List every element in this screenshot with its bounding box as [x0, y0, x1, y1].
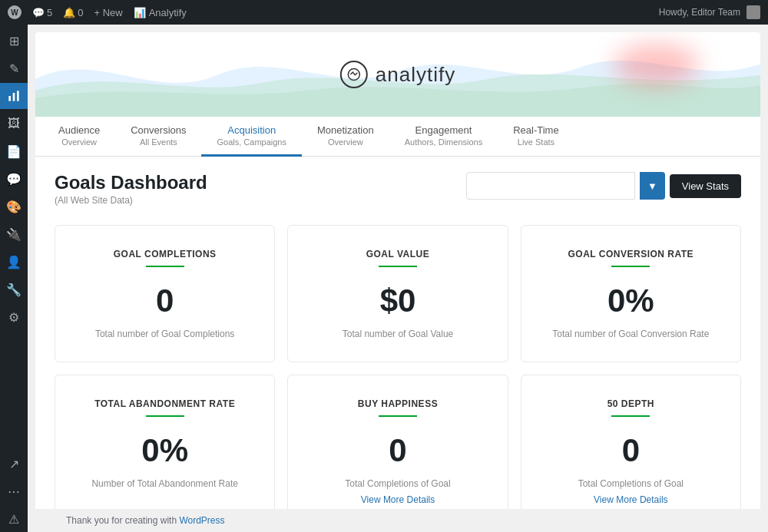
stat-desc-50-depth: Total Completions of Goal: [537, 478, 725, 489]
stat-card-50-depth: 50 DEPTH 0 Total Completions of Goal Vie…: [521, 375, 741, 509]
main-content: analytify Audience Overview Conversions …: [28, 25, 768, 532]
stat-underline-goal-completions: [146, 266, 184, 267]
tab-engagement[interactable]: Engagement Authors, Dimensions: [389, 117, 498, 157]
update-count-value: 0: [78, 7, 83, 18]
stat-desc-goal-conversion-rate: Total number of Goal Conversion Rate: [537, 329, 725, 339]
goals-header: Goals Dashboard (All Web Site Data) ▼ Vi…: [55, 172, 741, 206]
wp-footer: Thank you for creating with WordPress: [28, 509, 768, 532]
sidebar-icon-dashboard[interactable]: ⊞: [0, 28, 28, 54]
stat-value-abandonment-rate: 0%: [71, 432, 259, 469]
stat-value-50-depth: 0: [537, 432, 725, 469]
stat-label-goal-value: GOAL VALUE: [303, 249, 492, 259]
sidebar-icon-media[interactable]: 🖼: [0, 111, 28, 137]
analytify-label: Analytify: [149, 7, 187, 18]
goals-subtitle: (All Web Site Data): [55, 195, 207, 206]
sidebar-icon-tools[interactable]: 🔧: [0, 276, 28, 302]
svg-rect-0: [8, 96, 11, 101]
footer-text: Thank you for creating with: [66, 515, 179, 526]
update-icon: 🔔: [63, 7, 75, 18]
goals-content: Goals Dashboard (All Web Site Data) ▼ Vi…: [35, 157, 760, 509]
analytify-area: analytify Audience Overview Conversions …: [28, 25, 768, 509]
stat-underline-goal-value: [379, 266, 417, 267]
tab-monetization-label: Monetization: [317, 124, 374, 136]
goals-select-input[interactable]: [466, 172, 635, 200]
analytify-logo-icon: [340, 61, 368, 88]
red-blur-decoration: [614, 44, 699, 86]
tab-audience[interactable]: Audience Overview: [43, 117, 115, 157]
howdy-text: Howdy, Editor Team: [659, 7, 740, 18]
tab-engagement-label: Engagement: [405, 124, 483, 136]
sidebar-icon-pages[interactable]: 📄: [0, 138, 28, 164]
tab-realtime-label: Real-Time: [513, 124, 558, 136]
stat-value-goal-conversion-rate: 0%: [537, 283, 725, 319]
sidebar-icon-share[interactable]: ↗: [0, 451, 28, 477]
admin-bar: W 💬 5 🔔 0 + New 📊 Analytify Howdy, Edito…: [0, 0, 768, 25]
tab-monetization-sub: Overview: [317, 137, 374, 147]
tab-audience-sub: Overview: [58, 137, 100, 147]
sidebar-icon-plugins[interactable]: 🔌: [0, 221, 28, 247]
stat-underline-abandonment-rate: [146, 415, 184, 417]
svg-rect-1: [13, 93, 15, 101]
stat-desc-goal-completions: Total number of Goal Completions: [71, 329, 259, 339]
footer-wordpress-link[interactable]: WordPress: [179, 515, 224, 526]
analytify-tabs: Audience Overview Conversions All Events…: [35, 117, 760, 157]
sidebar-icon-posts[interactable]: ✎: [0, 55, 28, 81]
stat-label-goal-completions: GOAL COMPLETIONS: [71, 249, 259, 259]
stat-label-50-depth: 50 DEPTH: [537, 398, 725, 409]
tab-acquisition-sub: Goals, Campaigns: [217, 137, 286, 147]
comment-count-value: 5: [47, 7, 52, 18]
sidebar-icon-more[interactable]: ⋯: [0, 478, 28, 504]
sidebar-icon-settings[interactable]: ⚙: [0, 304, 28, 330]
new-item[interactable]: + New: [94, 7, 122, 18]
tab-conversions-sub: All Events: [131, 137, 186, 147]
tab-conversions-label: Conversions: [131, 124, 186, 136]
admin-bar-right: Howdy, Editor Team: [659, 5, 760, 19]
sidebar-icon-comments[interactable]: 💬: [0, 166, 28, 192]
sidebar-icon-appearance[interactable]: 🎨: [0, 193, 28, 220]
avatar: [746, 5, 760, 19]
view-more-50-depth[interactable]: View More Details: [594, 494, 667, 505]
tab-realtime-sub: Live Stats: [513, 137, 558, 147]
analytify-item[interactable]: 📊 Analytify: [134, 7, 187, 18]
analytify-header: analytify: [35, 32, 760, 117]
view-stats-button[interactable]: View Stats: [670, 174, 741, 198]
tab-conversions[interactable]: Conversions All Events: [115, 117, 201, 157]
stat-label-goal-conversion-rate: GOAL CONVERSION RATE: [537, 249, 725, 259]
updates-count[interactable]: 🔔 0: [63, 7, 83, 18]
stat-desc-abandonment-rate: Number of Total Abandonment Rate: [71, 478, 259, 489]
wp-logo: W: [8, 5, 22, 19]
stat-label-buy-happiness: BUY HAPPINESS: [303, 398, 492, 409]
analytify-logo-text: analytify: [376, 63, 455, 87]
tab-acquisition-label: Acquisition: [217, 124, 286, 136]
goals-dropdown-button[interactable]: ▼: [640, 172, 665, 200]
stat-card-goal-conversion-rate: GOAL CONVERSION RATE 0% Total number of …: [521, 225, 741, 362]
goals-title-area: Goals Dashboard (All Web Site Data): [55, 172, 207, 206]
tab-audience-label: Audience: [58, 124, 100, 136]
comments-count[interactable]: 💬 5: [32, 7, 52, 18]
stat-card-goal-value: GOAL VALUE $0 Total number of Goal Value: [287, 225, 508, 362]
stat-value-goal-value: $0: [303, 283, 492, 319]
wp-logo-item[interactable]: W: [8, 5, 22, 19]
tab-engagement-sub: Authors, Dimensions: [405, 137, 483, 147]
stat-card-goal-completions: GOAL COMPLETIONS 0 Total number of Goal …: [55, 225, 275, 362]
tab-monetization[interactable]: Monetization Overview: [302, 117, 389, 157]
sidebar: ⊞ ✎ 🖼 📄 💬 🎨 🔌 👤 🔧 ⚙ ↗ ⋯ ⚠: [0, 25, 28, 532]
stat-value-buy-happiness: 0: [303, 432, 492, 469]
stat-desc-buy-happiness: Total Completions of Goal: [303, 478, 492, 489]
stat-label-abandonment-rate: TOTAL ABANDONMENT RATE: [71, 398, 259, 409]
analytify-icon: 📊: [134, 7, 146, 18]
sidebar-icon-users[interactable]: 👤: [0, 249, 28, 275]
layout: ⊞ ✎ 🖼 📄 💬 🎨 🔌 👤 🔧 ⚙ ↗ ⋯ ⚠: [0, 25, 768, 532]
view-more-buy-happiness[interactable]: View More Details: [361, 494, 435, 505]
stat-value-goal-completions: 0: [71, 283, 259, 319]
stat-card-buy-happiness: BUY HAPPINESS 0 Total Completions of Goa…: [287, 375, 508, 509]
goals-title: Goals Dashboard: [55, 172, 207, 193]
sidebar-icon-analytics[interactable]: [0, 83, 28, 109]
tab-realtime[interactable]: Real-Time Live Stats: [498, 117, 574, 157]
tab-acquisition[interactable]: Acquisition Goals, Campaigns: [201, 117, 302, 157]
goals-controls: ▼ View Stats: [466, 172, 741, 200]
comment-icon: 💬: [32, 7, 45, 18]
stats-grid: GOAL COMPLETIONS 0 Total number of Goal …: [55, 225, 741, 509]
sidebar-icon-warning[interactable]: ⚠: [0, 506, 28, 532]
svg-rect-2: [17, 91, 19, 101]
